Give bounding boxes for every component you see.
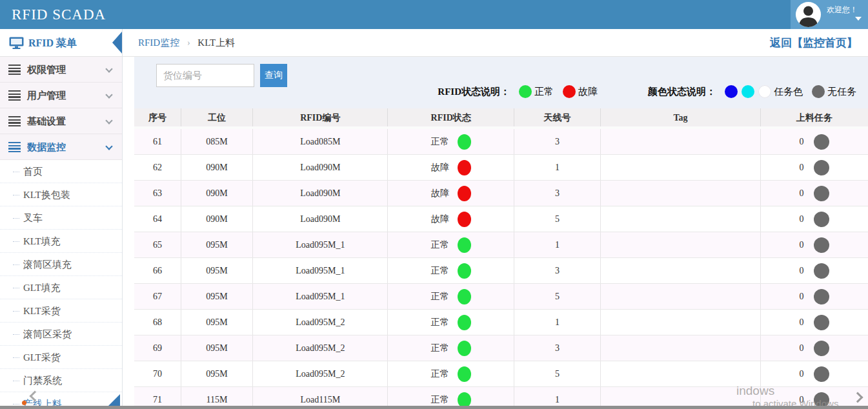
task-cell: 0 (761, 361, 868, 386)
station-cell: 090M (181, 181, 253, 206)
status-text: 正常 (431, 232, 449, 257)
table-row: 65095MLoad095M_1正常10 (134, 232, 868, 258)
rfid-status-cell: 正常 (388, 361, 514, 386)
user-avatar[interactable] (796, 2, 821, 27)
task-cell: 0 (761, 335, 868, 361)
sidebar-item-label: 基础设置 (27, 108, 66, 134)
color-status-legend: 颜色状态说明： 任务色 无任务 (648, 85, 856, 98)
task-color-dot-white (758, 85, 771, 98)
antenna-cell: 3 (514, 335, 601, 361)
submenu-item-glt-fill[interactable]: GLT填充 (0, 276, 122, 299)
rfid-status-cell: 故障 (388, 206, 514, 232)
user-dropdown-caret-icon[interactable] (855, 17, 862, 21)
sidebar-item-label: 用户管理 (27, 83, 66, 108)
seq-cell: 64 (134, 206, 181, 232)
tag-cell (601, 335, 761, 361)
status-text: 正常 (431, 129, 449, 154)
rfid-code-cell: Load095M_2 (253, 335, 388, 361)
seq-cell: 67 (134, 284, 181, 309)
rfid-status-cell: 故障 (388, 181, 514, 206)
task-cell: 0 (761, 129, 868, 154)
task-count: 0 (799, 155, 803, 180)
task-count: 0 (799, 232, 803, 257)
submenu-item-access-control[interactable]: 门禁系统 (0, 369, 122, 392)
submenu-item-forklift[interactable]: 叉车 (0, 206, 122, 230)
sidebar-item-label: 权限管理 (27, 57, 66, 83)
tag-cell (601, 258, 761, 283)
sidebar-item-permissions[interactable]: 权限管理 (0, 57, 122, 83)
seq-cell: 62 (134, 155, 181, 180)
station-cell: 095M (181, 232, 253, 257)
task-cell: 0 (761, 206, 868, 232)
main-content: 查询 RFID状态说明： 正常 故障 颜色状态说明： 任务色 无任务 (123, 57, 868, 409)
task-dot (814, 366, 829, 382)
submenu-item-klt-repack[interactable]: KLT换包装 (0, 183, 122, 206)
list-icon (8, 142, 21, 152)
seq-cell: 61 (134, 129, 181, 154)
status-text: 正常 (431, 361, 449, 386)
data-table: 序号 工位 RFID编号 RFID状态 天线号 Tag 上料任务 61085ML… (134, 108, 868, 409)
seq-cell: 65 (134, 232, 181, 257)
status-text: 正常 (431, 310, 449, 335)
app-title: RFID SCADA (12, 0, 106, 29)
chevron-down-icon (105, 91, 112, 98)
back-to-monitor-home-link[interactable]: 返回【监控首页】 (770, 29, 858, 57)
task-cell: 0 (761, 232, 868, 257)
breadcrumb-link-rfid-monitor[interactable]: RFID监控 (138, 37, 179, 48)
table-row: 63090MLoad090M故障30 (134, 181, 868, 206)
sidebar-submenu: 首页 KLT换包装 叉车 KLT填充 滚筒区填充 GLT填充 KLT采货 滚筒区… (0, 160, 122, 409)
tag-cell (601, 232, 761, 257)
submenu-item-klt-fill[interactable]: KLT填充 (0, 230, 122, 253)
seq-cell: 69 (134, 335, 181, 361)
status-dot (458, 341, 471, 356)
user-menu[interactable]: 欢迎您！ (791, 0, 868, 29)
sidebar-collapse-icon[interactable] (112, 32, 122, 54)
rfid-code-cell: Load095M_1 (253, 258, 388, 283)
rfid-code-cell: Load090M (253, 206, 388, 232)
rfid-status-cell: 正常 (388, 310, 514, 335)
table-row: 62090MLoad090M故障10 (134, 155, 868, 181)
search-input[interactable] (156, 64, 254, 87)
orange-dot (22, 401, 26, 405)
task-count: 0 (799, 310, 803, 335)
top-header-bar: RFID SCADA 欢迎您！ (0, 0, 868, 29)
task-count: 0 (799, 361, 803, 386)
tag-cell (601, 284, 761, 309)
legend-title: RFID状态说明： (438, 86, 510, 98)
submenu-item-glt-pick[interactable]: GLT采货 (0, 346, 122, 369)
column-header-rfid-code: RFID编号 (253, 108, 388, 126)
antenna-cell: 1 (514, 310, 601, 335)
list-icon (8, 116, 21, 126)
table-row: 69095MLoad095M_2正常30 (134, 335, 868, 361)
rfid-status-cell: 正常 (388, 284, 514, 309)
monitor-icon (9, 37, 24, 52)
sidebar-item-users[interactable]: 用户管理 (0, 83, 122, 108)
task-color-dot-cyan (742, 85, 754, 98)
submenu-item-klt-pick[interactable]: KLT采货 (0, 299, 122, 323)
sidebar-item-basic-settings[interactable]: 基础设置 (0, 108, 122, 134)
rfid-code-cell: Load095M_1 (253, 232, 388, 257)
task-color-dot-blue (725, 85, 738, 98)
tag-cell (601, 129, 761, 154)
station-cell: 095M (181, 310, 253, 335)
submenu-item-roller-fill[interactable]: 滚筒区填充 (0, 253, 122, 276)
task-count: 0 (799, 206, 803, 232)
breadcrumb-bar: RFID监控 › KLT上料 返回【监控首页】 (123, 29, 868, 57)
antenna-cell: 5 (514, 361, 601, 386)
task-count: 0 (799, 335, 803, 361)
status-dot (458, 289, 471, 304)
sidebar-item-data-monitor[interactable]: 数据监控 (0, 134, 122, 160)
rfid-status-cell: 正常 (388, 258, 514, 283)
sidebar-bottom-arrow-icon[interactable] (108, 394, 120, 406)
rfid-status-cell: 正常 (388, 129, 514, 154)
tag-cell (601, 310, 761, 335)
task-dot (814, 212, 829, 227)
submenu-item-home[interactable]: 首页 (0, 160, 122, 183)
table-row: 66095MLoad095M_1正常30 (134, 258, 868, 284)
task-cell: 0 (761, 284, 868, 309)
submenu-item-roller-pick[interactable]: 滚筒区采货 (0, 323, 122, 346)
task-dot (814, 263, 829, 279)
search-button[interactable]: 查询 (260, 64, 287, 87)
task-count: 0 (799, 181, 803, 206)
table-header: 序号 工位 RFID编号 RFID状态 天线号 Tag 上料任务 (134, 108, 868, 129)
